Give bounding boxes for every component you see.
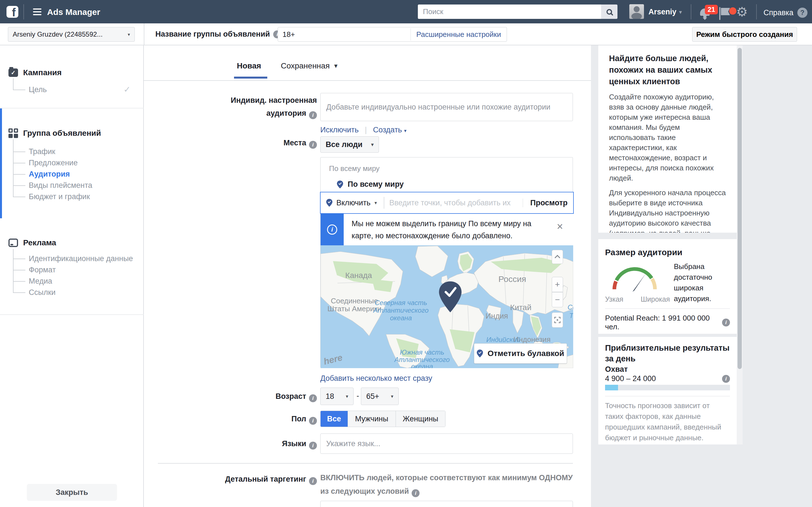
- facebook-logo-icon[interactable]: f: [6, 6, 18, 18]
- divider: [144, 80, 591, 81]
- info-icon[interactable]: i: [309, 442, 317, 450]
- campaign-structure-sidebar: [0, 45, 144, 507]
- map-notice: i Мы не можем выделить границу По всему …: [320, 214, 573, 245]
- tab-saved-audience[interactable]: Сохраненная ▼: [281, 61, 339, 70]
- drop-pin-button[interactable]: Отметить булавкой: [474, 343, 567, 363]
- question-mark-icon: ?: [797, 8, 808, 18]
- detailed-targeting-include-text: ВКЛЮЧИТЬ людей, которые соответствуют ка…: [320, 471, 574, 498]
- info-icon[interactable]: i: [309, 141, 317, 149]
- tree-line: [13, 174, 26, 175]
- notice-text: Мы не можем выделить границу По всему ми…: [344, 214, 536, 245]
- hamburger-menu-icon[interactable]: [33, 8, 42, 15]
- lookalike-heading: Найдите больше людей, похожих на ваших с…: [609, 53, 726, 87]
- gender-option-all[interactable]: Все: [320, 411, 348, 427]
- tree-line: [13, 90, 26, 90]
- info-icon[interactable]: i: [412, 489, 419, 497]
- selected-location-row[interactable]: По всему миру: [337, 180, 404, 189]
- sidebar-item-traffic[interactable]: Трафик: [29, 147, 55, 156]
- sidebar-item-audience[interactable]: Аудитория: [29, 170, 70, 179]
- tree-line: [13, 152, 26, 152]
- daily-results-card: Приблизительные результаты за день Охват…: [598, 337, 737, 445]
- chevron-down-icon[interactable]: ▾: [374, 200, 377, 206]
- sidebar-item-offer[interactable]: Предложение: [29, 159, 78, 167]
- svg-text:Атлантического: Атлантического: [373, 306, 428, 314]
- top-navigation-bar: f Ads Manager Arseniy ▾ 21 ⚙ Справка ?: [0, 0, 812, 23]
- sidebar-item-links[interactable]: Ссылки: [29, 288, 56, 297]
- info-icon[interactable]: i: [309, 477, 317, 485]
- adset-icon: [8, 128, 18, 138]
- lookalike-paragraph: Для ускоренного начала процесса выберите…: [609, 187, 726, 233]
- sidebar-item-media[interactable]: Медиа: [29, 277, 52, 286]
- include-dropdown[interactable]: Включить: [336, 199, 370, 207]
- sidebar-item-placements[interactable]: Виды плейсмента: [29, 181, 92, 190]
- chevron-down-icon: ▾: [371, 142, 373, 148]
- languages-input[interactable]: [320, 434, 573, 454]
- location-points-input[interactable]: [386, 199, 523, 207]
- languages-label: Языкиi: [197, 437, 317, 450]
- adset-name-field: Расширенные настройки: [278, 27, 507, 42]
- svg-text:океана: океана: [390, 314, 412, 322]
- account-selector[interactable]: Arseniy Gruzdev (22485592... ▾: [8, 27, 135, 42]
- custom-audience-input[interactable]: [320, 93, 573, 121]
- gender-option-men[interactable]: Мужчины: [348, 411, 396, 427]
- search-icon: [606, 9, 612, 15]
- map-label-north-atlantic: Северная часть: [375, 299, 427, 306]
- info-icon[interactable]: i: [722, 375, 730, 383]
- include-locations-row: Включить ▾ Просмотр: [320, 192, 574, 214]
- create-link[interactable]: Создать ▾: [373, 126, 407, 134]
- pages-flag-icon[interactable]: [719, 7, 720, 20]
- ads-manager-screen: f Ads Manager Arseniy ▾ 21 ⚙ Справка ? A…: [0, 0, 812, 507]
- exclude-link[interactable]: Исключить: [320, 126, 359, 134]
- browse-locations-link[interactable]: Просмотр: [523, 199, 567, 207]
- age-max-dropdown[interactable]: 65+▾: [361, 388, 399, 405]
- sidebar-item-format[interactable]: Формат: [29, 266, 56, 274]
- map-label-indian-ocean: Индийский: [486, 336, 520, 343]
- chevron-down-icon: ▾: [346, 393, 348, 399]
- daily-results-disclaimer: Точность прогнозов зависит от таких факт…: [605, 400, 730, 445]
- sidebar-section-campaign[interactable]: ✓ Кампания: [8, 68, 62, 77]
- map-zoom-in-button[interactable]: +: [552, 277, 563, 292]
- scrollbar-thumb[interactable]: [738, 48, 742, 369]
- quick-create-mode-button[interactable]: Режим быстрого создания: [692, 27, 797, 42]
- chevron-down-icon: ▼: [333, 63, 339, 69]
- chevron-down-icon: ▾: [679, 9, 682, 15]
- world-map[interactable]: Канада Соединенные Штаты Америки Россия …: [320, 245, 573, 368]
- close-icon[interactable]: ×: [557, 221, 563, 232]
- gender-option-women[interactable]: Женщины: [396, 411, 445, 427]
- map-zoom-out-button[interactable]: −: [552, 292, 563, 307]
- advanced-settings-link[interactable]: Расширенные настройки: [410, 29, 507, 41]
- help-menu[interactable]: Справка ?: [763, 8, 808, 18]
- map-collapse-button[interactable]: [552, 250, 563, 264]
- daily-results-range: 4 900 – 24 000: [605, 374, 656, 383]
- sidebar-section-ad[interactable]: Реклама: [8, 238, 56, 247]
- chevron-up-icon: [555, 255, 560, 261]
- detailed-targeting-input[interactable]: [320, 501, 573, 507]
- user-menu[interactable]: Arseniy ▾: [649, 8, 682, 16]
- app-title: Ads Manager: [47, 7, 100, 17]
- map-fullscreen-button[interactable]: [552, 313, 563, 328]
- search-button[interactable]: [601, 4, 617, 19]
- info-icon[interactable]: i: [309, 417, 317, 425]
- close-button[interactable]: Закрыть: [27, 484, 117, 501]
- sidebar-item-identity[interactable]: Идентификационные данные: [29, 255, 133, 263]
- location-pin-icon: [337, 180, 343, 188]
- gear-icon[interactable]: ⚙: [736, 4, 748, 20]
- info-icon[interactable]: i: [309, 111, 317, 119]
- bulk-add-locations-link[interactable]: Добавить несколько мест сразу: [320, 374, 432, 383]
- chevron-down-icon: ▾: [391, 393, 393, 399]
- sidebar-section-adset[interactable]: Группа объявлений: [8, 128, 101, 138]
- age-min-dropdown[interactable]: 18▾: [320, 388, 354, 405]
- info-icon[interactable]: i: [309, 394, 317, 402]
- daily-results-heading: Приблизительные результаты за день: [605, 342, 730, 364]
- info-icon[interactable]: i: [722, 319, 730, 327]
- map-label-south-atlantic: Южная часть: [400, 348, 444, 356]
- sidebar-item-budget-schedule[interactable]: Бюджет и график: [29, 192, 90, 201]
- audience-type-dropdown[interactable]: Все люди ▾: [320, 136, 379, 153]
- tree-line: [13, 249, 13, 293]
- tab-new-audience[interactable]: Новая: [237, 61, 261, 70]
- adset-name-input[interactable]: [278, 30, 410, 39]
- notification-count-badge: 21: [705, 5, 718, 14]
- sidebar-item-objective[interactable]: Цель: [29, 86, 47, 94]
- search-input[interactable]: [418, 4, 601, 19]
- avatar[interactable]: [629, 4, 644, 19]
